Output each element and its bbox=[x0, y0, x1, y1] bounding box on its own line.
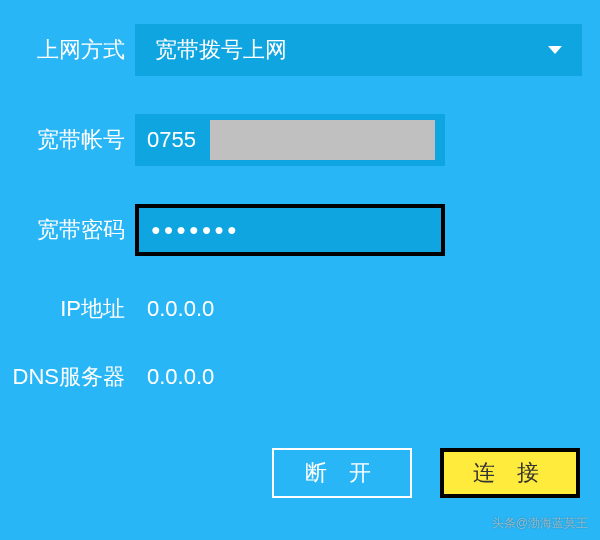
account-mask bbox=[210, 120, 435, 160]
dns-label: DNS服务器 bbox=[0, 362, 135, 392]
ip-value: 0.0.0.0 bbox=[135, 296, 214, 322]
password-dots: ●●●●●●● bbox=[151, 221, 240, 239]
account-prefix: 0755 bbox=[147, 127, 196, 153]
connect-button[interactable]: 连 接 bbox=[440, 448, 580, 498]
chevron-down-icon bbox=[548, 46, 562, 54]
ip-label: IP地址 bbox=[0, 294, 135, 324]
connection-type-select[interactable]: 宽带拨号上网 bbox=[135, 24, 582, 76]
watermark-text: 头条@渤海蓝莫王 bbox=[492, 515, 588, 532]
ip-row: IP地址 0.0.0.0 bbox=[0, 294, 600, 324]
connection-type-value: 宽带拨号上网 bbox=[155, 35, 287, 65]
connection-type-label: 上网方式 bbox=[0, 35, 135, 65]
connection-type-row: 上网方式 宽带拨号上网 bbox=[0, 0, 600, 76]
dns-value: 0.0.0.0 bbox=[135, 364, 214, 390]
password-label: 宽带密码 bbox=[0, 215, 135, 245]
password-input[interactable]: ●●●●●●● bbox=[135, 204, 445, 256]
dns-row: DNS服务器 0.0.0.0 bbox=[0, 362, 600, 392]
password-row: 宽带密码 ●●●●●●● bbox=[0, 204, 600, 256]
button-row: 断 开 连 接 bbox=[272, 448, 580, 498]
account-input[interactable]: 0755 bbox=[135, 114, 445, 166]
account-label: 宽带帐号 bbox=[0, 125, 135, 155]
disconnect-button[interactable]: 断 开 bbox=[272, 448, 412, 498]
account-row: 宽带帐号 0755 bbox=[0, 114, 600, 166]
